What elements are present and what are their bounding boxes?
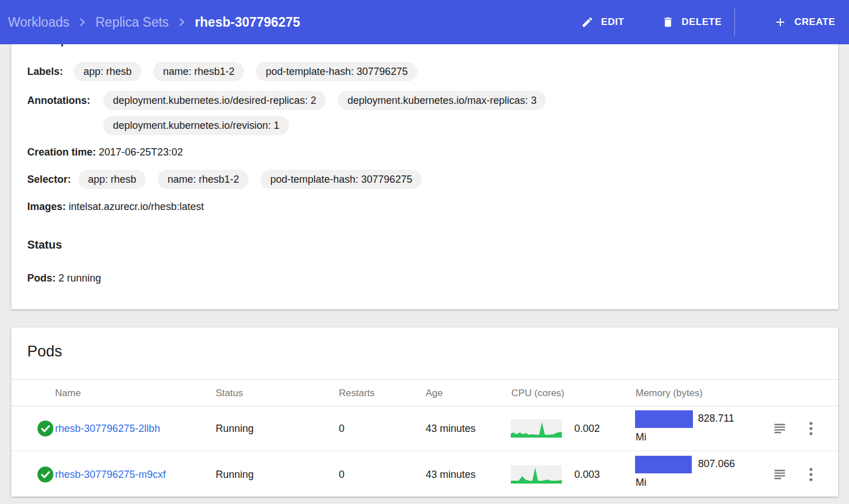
edit-button-label: EDIT (601, 16, 624, 28)
images-row: Images: intelsat.azurecr.io/rhesb:latest (27, 201, 822, 213)
label-chip: name: rhesb1-2 (153, 62, 244, 81)
cpu-sparkline-chart (511, 465, 562, 484)
status-pods-value: 2 running (58, 272, 101, 284)
memory-unit: Mi (636, 431, 646, 443)
annotation-chip: deployment.kubernetes.io/max-replicas: 3 (338, 91, 546, 110)
pod-age-cell: 43 minutes (426, 468, 476, 480)
vertical-dots-icon (806, 421, 816, 436)
labels-row: Labels: app: rhesb name: rhesb1-2 pod-te… (27, 62, 822, 81)
logs-icon (772, 467, 788, 482)
selector-chip: app: rhesb (78, 170, 146, 189)
memory-unit: Mi (636, 477, 646, 489)
actions-divider (734, 8, 735, 36)
pod-name-cell: rhesb-307796275-m9cxf (55, 468, 166, 480)
pod-status-cell: Running (216, 423, 254, 435)
app-bar-actions: EDIT DELETE CREATE (544, 8, 849, 36)
column-header-status: Status (216, 380, 243, 406)
images-label: Images: (27, 201, 66, 212)
cpu-sparkline-chart (511, 419, 562, 438)
status-pods-label: Pods: (27, 272, 56, 284)
status-section-heading: Status (27, 238, 822, 251)
pod-name-link[interactable]: rhesb-307796275-m9cxf (55, 468, 166, 480)
edit-button[interactable]: EDIT (581, 16, 624, 28)
annotations-row: Annotations: deployment.kubernetes.io/de… (27, 91, 822, 135)
selector-label: Selector: (27, 170, 71, 189)
pods-table-header: Name Status Restarts Age CPU (cores) Mem… (11, 379, 838, 406)
creation-time-label: Creation time: (27, 146, 96, 158)
pods-card: Pods Name Status Restarts Age CPU (cores… (11, 327, 838, 497)
create-button-label: CREATE (795, 16, 835, 28)
delete-button-label: DELETE (682, 16, 722, 28)
memory-usage-bar (635, 456, 692, 473)
pod-age-cell: 43 minutes (426, 423, 476, 435)
label-chip: pod-template-hash: 307796275 (256, 62, 417, 81)
pod-table-row: rhesb-307796275-m9cxf Running 0 43 minut… (11, 452, 838, 497)
annotation-chip: deployment.kubernetes.io/revision: 1 (103, 116, 289, 135)
breadcrumb: Workloads Replica Sets rhesb-307796275 (0, 15, 300, 30)
breadcrumb-current-page: rhesb-307796275 (195, 15, 300, 30)
pod-restarts-cell: 0 (339, 423, 344, 435)
pod-logs-button[interactable] (772, 421, 788, 436)
label-chip: app: rhesb (74, 62, 141, 81)
column-header-age: Age (426, 380, 443, 406)
pod-name-link[interactable]: rhesb-307796275-2llbh (55, 423, 160, 434)
pod-restarts-cell: 0 (339, 468, 344, 480)
pod-name-cell: rhesb-307796275-2llbh (55, 423, 160, 435)
column-header-name: Name (55, 380, 81, 406)
selector-chip: pod-template-hash: 307796275 (260, 170, 422, 189)
trash-icon (662, 16, 674, 28)
images-value: intelsat.azurecr.io/rhesb:latest (69, 201, 204, 212)
plus-icon (774, 15, 787, 29)
breadcrumb-workloads[interactable]: Workloads (8, 15, 69, 30)
column-header-memory: Memory (bytes) (636, 380, 703, 406)
app-bar: Workloads Replica Sets rhesb-307796275 E… (0, 0, 849, 44)
memory-value: 807.066 (698, 458, 735, 470)
creation-time-value: 2017-06-25T23:02 (99, 146, 183, 158)
cpu-value: 0.003 (574, 468, 600, 480)
pencil-icon (581, 16, 594, 28)
status-pods-row: Pods: 2 running (27, 272, 822, 284)
annotations-chips: deployment.kubernetes.io/desired-replica… (103, 91, 555, 135)
status-ok-icon (37, 467, 53, 482)
chevron-right-icon (175, 16, 188, 28)
creation-time-row: Creation time: 2017-06-25T23:02 (27, 146, 822, 158)
column-header-restarts: Restarts (339, 380, 375, 406)
selector-row: Selector: app: rhesb name: rhesb1-2 pod-… (27, 170, 822, 189)
selector-chip: name: rhesb1-2 (158, 170, 249, 189)
cpu-value: 0.002 (574, 423, 600, 435)
annotations-label: Annotations: (27, 91, 90, 110)
vertical-dots-icon (806, 467, 816, 482)
create-button[interactable]: CREATE (774, 15, 835, 29)
status-ok-icon (37, 421, 53, 436)
pod-table-row: rhesb-307796275-2llbh Running 0 43 minut… (11, 406, 838, 451)
memory-usage-bar (635, 410, 693, 428)
chevron-right-icon (76, 16, 89, 28)
pod-status-cell: Running (216, 468, 254, 480)
memory-value: 828.711 (698, 413, 734, 425)
breadcrumb-replica-sets[interactable]: Replica Sets (95, 15, 169, 30)
delete-button[interactable]: DELETE (662, 16, 722, 28)
pod-logs-button[interactable] (772, 467, 788, 482)
annotation-chip: deployment.kubernetes.io/desired-replica… (103, 91, 326, 110)
pod-actions-menu-button[interactable] (806, 467, 816, 482)
logs-icon (772, 421, 788, 436)
replica-set-details-card: Namespace: default Labels: app: rhesb na… (11, 0, 838, 309)
pod-actions-menu-button[interactable] (806, 421, 816, 436)
column-header-cpu: CPU (cores) (511, 380, 565, 406)
labels-label: Labels: (27, 62, 63, 81)
pods-card-title: Pods (27, 343, 62, 360)
